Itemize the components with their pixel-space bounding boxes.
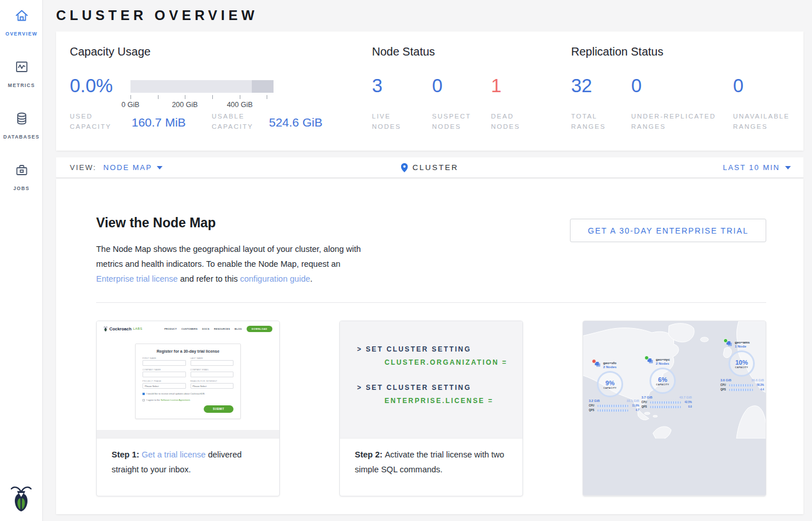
briefcase-icon: [14, 163, 29, 177]
status-dot-icon: [723, 338, 728, 343]
site-nav: PRODUCT CUSTOMERS DOCS RESOURCES BLOG DO…: [164, 326, 272, 332]
enterprise-trial-license-link[interactable]: Enterprise trial license: [96, 274, 178, 283]
form-checkbox-row: I would like to receive email updates ab…: [142, 392, 233, 395]
sidebar-item-metrics[interactable]: METRICS: [0, 52, 43, 95]
qps-bar: [597, 409, 628, 412]
get-trial-license-link[interactable]: Get a trial license: [141, 450, 205, 459]
enterprise-trial-button[interactable]: GET A 30-DAY ENTERPRISE TRIAL: [570, 219, 766, 242]
view-bar: VIEW: NODE MAP CLUSTER LAST 10 MIN: [56, 157, 803, 178]
code-line: > SET CLUSTER SETTING: [357, 384, 522, 392]
site-logo: Cockroach LABS: [104, 326, 142, 331]
sidebar: OVERVIEW METRICS DATABASES JO: [0, 0, 43, 521]
code-line: > SET CLUSTER SETTING: [357, 345, 522, 353]
trial-registration-form: Register for a 30-day trial license FIRS…: [135, 344, 241, 419]
capacity-bar-usable-segment: [130, 80, 252, 93]
time-range-dropdown[interactable]: LAST 10 MIN: [723, 163, 791, 172]
chevron-down-icon: [785, 166, 791, 169]
capacity-gauge: 10% CAPACITY: [728, 350, 755, 377]
form-checkbox-row: I agree to the Software License Agreemen…: [142, 398, 233, 401]
total-ranges-label: TOTALRANGES: [571, 111, 606, 132]
node-locality-badge: geo=nyc 2 Nodes 6% CAPACITY 3.7 GiB 43.7: [641, 358, 692, 408]
total-ranges-value: 32: [571, 75, 592, 97]
axis-tick-label: 400 GiB: [227, 101, 252, 109]
axis-tick: [240, 95, 240, 99]
capacity-bar: 0 GiB 200 GiB 400 GiB: [130, 80, 274, 93]
submit-button: SUBMIT: [204, 405, 233, 413]
steps-row: Cockroach LABS PRODUCT CUSTOMERS DOCS RE…: [96, 321, 766, 496]
node-map-description: The Node Map shows the geographical layo…: [96, 242, 371, 286]
status-dot-icon: [644, 356, 649, 360]
page-title: CLUSTER OVERVIEW: [56, 7, 258, 23]
site-footer-strip: [97, 430, 279, 438]
step-2-card: > SET CLUSTER SETTING CLUSTER.ORGANIZATI…: [339, 321, 523, 496]
cpu-bar: [729, 384, 753, 386]
sidebar-item-overview[interactable]: OVERVIEW: [0, 0, 43, 44]
step-2-caption: Step 2: Activate the trial license with …: [340, 439, 522, 477]
step-1-image: Cockroach LABS PRODUCT CUSTOMERS DOCS RE…: [97, 321, 279, 439]
axis-tick-label: 0 GiB: [121, 101, 139, 109]
form-select: Please Select: [142, 383, 186, 389]
sidebar-item-databases[interactable]: DATABASES: [0, 103, 43, 147]
home-icon: [14, 8, 29, 23]
under-replicated-ranges-value: 0: [631, 75, 641, 97]
axis-tick: [130, 95, 131, 99]
code-line: ENTERPRISE.LICENSE =: [385, 397, 522, 405]
qps-bar: [650, 406, 681, 408]
axis-tick: [212, 95, 213, 99]
cpu-bar: [597, 405, 628, 407]
cockroach-icon: [104, 326, 108, 331]
live-nodes-value: 3: [372, 75, 382, 97]
qps-bar: [729, 389, 753, 391]
axis-tick: [267, 95, 267, 99]
axis-tick: [185, 95, 185, 99]
suspect-nodes-label: SUSPECTNODES: [432, 111, 471, 132]
sidebar-item-label: OVERVIEW: [5, 31, 37, 37]
form-input: [142, 360, 186, 366]
cpu-bar: [650, 401, 681, 404]
chevron-down-icon: [157, 166, 163, 169]
node-locality-badge: geo=ams 1 Node 10% CAPACITY 3.6 GiB 36.6: [720, 341, 764, 391]
step-1-caption: Step 1: Get a trial license delivered st…: [97, 439, 279, 477]
capacity-bar-reserved-segment: [252, 80, 274, 93]
dead-nodes-value: 1: [491, 75, 501, 97]
node-locality-badge: geo=sfo 2 Nodes 9% CAPACITY 3.2 GiB 33.1: [589, 361, 639, 412]
capacity-usage-title: Capacity Usage: [70, 45, 150, 58]
step-3-caption: Step 3: Refer this configuration guide t…: [583, 496, 766, 496]
code-line: CLUSTER.ORGANIZATION =: [385, 358, 522, 366]
chart-icon: [14, 60, 29, 74]
replication-status-title: Replication Status: [571, 45, 663, 58]
app-root: OVERVIEW METRICS DATABASES JO: [0, 0, 812, 521]
usable-capacity-value: 524.6 GiB: [269, 116, 322, 129]
cockroach-icon: [10, 484, 32, 512]
sidebar-item-label: METRICS: [8, 82, 35, 88]
cluster-breadcrumb: CLUSTER: [401, 163, 459, 172]
form-select: Please Select: [191, 383, 234, 389]
form-input: [142, 372, 186, 377]
unavailable-ranges-label: UNAVAILABLERANGES: [733, 111, 790, 132]
configuration-guide-link[interactable]: configuration guide: [240, 274, 310, 283]
usable-capacity-label: USABLE CAPACITY: [212, 111, 253, 132]
form-input: [191, 372, 234, 377]
section-divider: [96, 302, 766, 303]
sql-code-block: > SET CLUSTER SETTING CLUSTER.ORGANIZATI…: [340, 321, 522, 438]
live-nodes-label: LIVENODES: [372, 111, 401, 132]
download-button: DOWNLOAD: [247, 326, 272, 332]
view-dropdown[interactable]: NODE MAP: [104, 163, 163, 172]
checkbox-icon: [142, 399, 145, 401]
dead-nodes-label: DEADNODES: [491, 111, 520, 132]
step-1-card: Cockroach LABS PRODUCT CUSTOMERS DOCS RE…: [96, 321, 280, 496]
sidebar-item-jobs[interactable]: JOBS: [0, 155, 43, 198]
used-capacity-label: USED CAPACITY: [70, 111, 112, 132]
step-2-image: > SET CLUSTER SETTING CLUSTER.ORGANIZATI…: [340, 321, 522, 439]
capacity-gauge: 6% CAPACITY: [649, 368, 676, 394]
unavailable-ranges-value: 0: [733, 75, 743, 97]
axis-tick: [158, 95, 159, 99]
main-content: CLUSTER OVERVIEW Capacity Usage 0.0% 0 G…: [43, 0, 812, 521]
node-map-heading: View the Node Map: [96, 215, 216, 231]
capacity-gauge: 9% CAPACITY: [597, 371, 623, 397]
step-3-image: geo=sfo 2 Nodes 9% CAPACITY 3.2 GiB 33.1: [583, 321, 766, 496]
site-header: Cockroach LABS PRODUCT CUSTOMERS DOCS RE…: [97, 321, 279, 336]
form-input: [191, 360, 234, 366]
capacity-used-percent: 0.0%: [70, 75, 113, 97]
node-map-panel: View the Node Map The Node Map shows the…: [56, 179, 803, 514]
